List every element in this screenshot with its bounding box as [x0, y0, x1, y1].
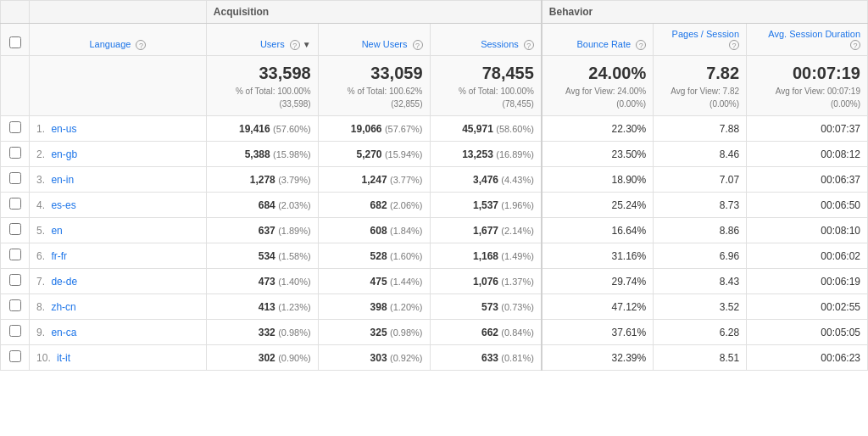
row-language: 10. it-it: [30, 345, 207, 371]
row-checkbox-cell[interactable]: [1, 142, 30, 167]
row-checkbox[interactable]: [9, 325, 21, 337]
language-link[interactable]: zh-cn: [51, 301, 75, 313]
row-users-value: 684: [259, 199, 275, 211]
col-header-avgdur[interactable]: Avg. Session Duration ?: [747, 24, 868, 56]
summary-sessions-value: 78,455: [437, 61, 534, 85]
col-header-sessions[interactable]: Sessions ?: [430, 24, 542, 56]
row-checkbox[interactable]: [9, 198, 21, 210]
col-header-bouncerate[interactable]: Bounce Rate ?: [542, 24, 654, 56]
language-link[interactable]: en: [51, 225, 62, 237]
users-sort-icon[interactable]: ▼: [303, 40, 311, 49]
row-checkbox-cell[interactable]: [1, 218, 30, 243]
summary-bouncerate-value: 24.00%: [549, 61, 646, 85]
col-header-language: Language ?: [30, 24, 207, 56]
row-checkbox-cell[interactable]: [1, 269, 30, 294]
language-link[interactable]: es-es: [51, 199, 75, 211]
language-link[interactable]: en-ca: [51, 327, 76, 338]
col-header-users[interactable]: Users ? ▼: [206, 24, 318, 56]
language-link[interactable]: de-de: [51, 276, 77, 288]
row-pages-value: 8.46: [720, 148, 739, 160]
select-all-checkbox-header[interactable]: [1, 24, 30, 56]
row-newusers: 398 (1.20%): [318, 294, 430, 320]
table-row: 10. it-it 302 (0.90%) 303 (0.92%) 633 (0…: [1, 345, 868, 371]
row-bouncerate-value: 29.74%: [612, 276, 647, 288]
group-header-acquisition: Acquisition: [206, 1, 542, 24]
summary-sessions-sub: % of Total: 100.00% (78,455): [459, 87, 534, 109]
row-sessions-value: 45,971: [462, 123, 493, 135]
row-sessions: 45,971 (58.60%): [430, 116, 542, 142]
row-number: 10.: [36, 352, 51, 364]
users-help-icon[interactable]: ?: [290, 40, 300, 50]
row-bouncerate: 29.74%: [542, 269, 654, 294]
language-link[interactable]: en-us: [51, 123, 76, 135]
row-newusers-pct: (1.20%): [390, 302, 423, 312]
row-avgdur-value: 00:02:55: [821, 301, 860, 313]
newusers-help-icon[interactable]: ?: [413, 40, 423, 50]
row-checkbox[interactable]: [9, 223, 21, 235]
row-sessions: 1,168 (1.49%): [430, 243, 542, 269]
row-users: 1,278 (3.79%): [206, 167, 318, 193]
bouncerate-help-icon[interactable]: ?: [636, 40, 646, 50]
row-avgdur-value: 00:05:05: [821, 327, 860, 338]
row-newusers-value: 398: [370, 301, 387, 313]
row-number: 2.: [36, 148, 45, 160]
row-sessions: 1,076 (1.37%): [430, 269, 542, 294]
row-users: 302 (0.90%): [206, 345, 318, 371]
table-row: 8. zh-cn 413 (1.23%) 398 (1.20%) 573 (0.…: [1, 294, 868, 320]
row-checkbox[interactable]: [9, 274, 21, 286]
row-language: 1. en-us: [30, 116, 207, 142]
row-pages: 6.28: [654, 320, 747, 345]
language-link[interactable]: it-it: [57, 352, 70, 364]
row-checkbox-cell[interactable]: [1, 193, 30, 218]
row-checkbox[interactable]: [9, 350, 21, 362]
sessions-help-icon[interactable]: ?: [524, 40, 534, 50]
language-link[interactable]: en-in: [51, 174, 74, 186]
row-newusers-pct: (2.06%): [390, 200, 423, 210]
row-newusers-pct: (57.67%): [385, 124, 423, 134]
row-language: 7. de-de: [30, 269, 207, 294]
col-pages-label: Pages / Session: [672, 29, 740, 39]
row-newusers-value: 325: [370, 327, 387, 338]
row-bouncerate: 23.50%: [542, 142, 654, 167]
row-avgdur: 00:06:50: [747, 193, 868, 218]
row-bouncerate-value: 47.12%: [612, 301, 647, 313]
col-header-pages[interactable]: Pages / Session ?: [654, 24, 747, 56]
language-link[interactable]: en-gb: [51, 148, 77, 160]
row-checkbox[interactable]: [9, 172, 21, 184]
row-sessions: 633 (0.81%): [430, 345, 542, 371]
table-row: 7. de-de 473 (1.40%) 475 (1.44%) 1,076 (…: [1, 269, 868, 294]
row-users-pct: (0.98%): [278, 327, 311, 338]
row-checkbox-cell[interactable]: [1, 345, 30, 371]
language-help-icon[interactable]: ?: [136, 40, 146, 50]
row-checkbox[interactable]: [9, 147, 21, 159]
avgdur-help-icon[interactable]: ?: [850, 40, 860, 50]
row-checkbox-cell[interactable]: [1, 320, 30, 345]
row-avgdur: 00:02:55: [747, 294, 868, 320]
row-sessions: 573 (0.73%): [430, 294, 542, 320]
row-newusers: 303 (0.92%): [318, 345, 430, 371]
row-checkbox-cell[interactable]: [1, 167, 30, 193]
row-number: 6.: [36, 250, 45, 262]
language-link[interactable]: fr-fr: [51, 250, 67, 262]
row-newusers-value: 682: [370, 199, 387, 211]
col-header-newusers[interactable]: New Users ?: [318, 24, 430, 56]
row-checkbox-cell[interactable]: [1, 243, 30, 269]
row-sessions-pct: (4.43%): [501, 175, 534, 185]
select-all-checkbox[interactable]: [9, 36, 21, 48]
row-newusers-value: 303: [370, 352, 387, 364]
pages-help-icon[interactable]: ?: [729, 40, 739, 50]
row-number: 3.: [36, 174, 45, 186]
row-checkbox[interactable]: [9, 249, 21, 260]
row-checkbox[interactable]: [9, 121, 21, 133]
row-sessions-pct: (0.81%): [501, 353, 534, 363]
row-users-pct: (1.58%): [278, 251, 311, 261]
row-checkbox-cell[interactable]: [1, 294, 30, 320]
row-checkbox-cell[interactable]: [1, 116, 30, 142]
row-users: 684 (2.03%): [206, 193, 318, 218]
row-checkbox[interactable]: [9, 299, 21, 311]
row-users-value: 637: [259, 225, 275, 237]
row-bouncerate-value: 37.61%: [612, 327, 647, 338]
row-pages: 7.88: [654, 116, 747, 142]
row-users: 332 (0.98%): [206, 320, 318, 345]
row-pages: 8.46: [654, 142, 747, 167]
